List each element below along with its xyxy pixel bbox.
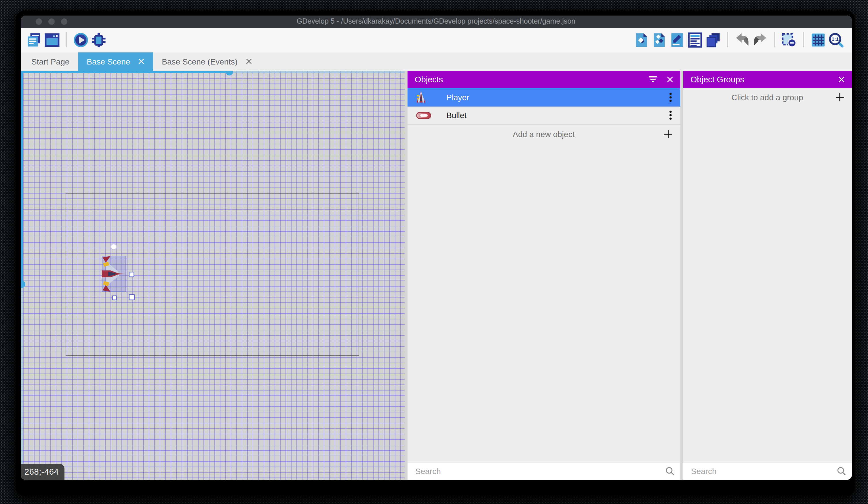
horizontal-scroll-track-rest[interactable] <box>229 71 404 73</box>
start-page-button[interactable] <box>43 31 61 49</box>
close-object-groups-panel-button[interactable] <box>838 76 845 83</box>
open-instances-list-button[interactable] <box>686 31 704 49</box>
delete-instances-button[interactable] <box>780 31 798 49</box>
instances-list-icon <box>687 32 703 48</box>
object-groups-empty-space <box>683 106 851 462</box>
toolbar-separator <box>774 32 775 47</box>
vertical-scroll-track[interactable] <box>20 71 23 284</box>
close-tab-button[interactable] <box>138 58 144 64</box>
minimize-window-button[interactable] <box>48 18 54 24</box>
grid-icon <box>810 32 826 48</box>
main-toolbar: 1:1 <box>20 27 851 52</box>
tab-start-page[interactable]: Start Page <box>23 52 78 71</box>
objects-panel-title: Objects <box>415 74 443 84</box>
layers-icon <box>705 32 721 48</box>
redo-button[interactable] <box>751 31 769 49</box>
svg-text:1:1: 1:1 <box>831 36 838 42</box>
close-window-button[interactable] <box>35 18 42 24</box>
tab-base-scene-events[interactable]: Base Scene (Events) <box>153 52 260 71</box>
bullet-icon <box>416 111 431 119</box>
object-groups-search-input[interactable] <box>690 466 836 476</box>
player-ship-icon <box>416 91 426 103</box>
object-menu-button[interactable] <box>669 92 671 102</box>
filter-objects-button[interactable] <box>648 76 657 82</box>
project-manager-button[interactable] <box>25 31 43 49</box>
open-layers-panel-button[interactable] <box>704 31 722 49</box>
redo-icon <box>752 32 767 48</box>
debug-button[interactable] <box>90 31 107 49</box>
object-groups-search-bar <box>683 462 851 480</box>
vertical-scroll-thumb[interactable] <box>20 281 25 288</box>
desktop-background: GDevelop 5 - /Users/dkarakay/Documents/G… <box>0 0 868 504</box>
zoom-original-button[interactable]: 1:1 <box>827 31 845 49</box>
play-button[interactable] <box>72 31 90 49</box>
horizontal-scroll-track[interactable] <box>20 71 229 73</box>
open-properties-panel-button[interactable] <box>668 31 686 49</box>
play-button-icon <box>73 32 89 48</box>
tab-label: Start Page <box>31 57 69 66</box>
panel-divider[interactable] <box>680 71 683 480</box>
objects-panel-header: Objects <box>407 71 680 88</box>
project-manager-icon <box>26 32 42 48</box>
traffic-lights <box>35 15 67 27</box>
undo-icon <box>734 32 750 48</box>
objects-panel-icon <box>634 32 649 48</box>
toolbar-separator <box>66 32 67 47</box>
objects-search-bar <box>407 462 680 480</box>
resize-handle-right[interactable] <box>128 272 134 277</box>
window-title: GDevelop 5 - /Users/dkarakay/Documents/G… <box>20 17 851 26</box>
add-group-button[interactable] <box>835 92 844 102</box>
content-area: 268;-464 Objects <box>20 71 851 480</box>
player-instance[interactable] <box>102 256 126 292</box>
plus-icon <box>835 92 844 102</box>
close-tab-button[interactable] <box>246 58 252 64</box>
maximize-window-button[interactable] <box>61 18 67 24</box>
object-row-player[interactable]: Player <box>407 88 680 106</box>
objects-panel: Objects <box>407 71 680 480</box>
close-objects-panel-button[interactable] <box>666 76 673 83</box>
object-row-bullet[interactable]: Bullet <box>407 106 680 125</box>
filter-icon <box>648 76 657 82</box>
open-objects-panel-button[interactable] <box>633 31 650 49</box>
cursor-coordinates-badge: 268;-464 <box>20 463 64 480</box>
add-object-row[interactable]: Add a new object <box>407 125 680 143</box>
rotate-handle[interactable] <box>111 243 117 250</box>
start-page-icon <box>44 32 60 48</box>
add-object-button[interactable] <box>663 129 673 139</box>
tab-base-scene[interactable]: Base Scene <box>78 52 153 71</box>
scene-canvas[interactable]: 268;-464 <box>20 71 404 480</box>
panel-divider[interactable] <box>404 71 407 480</box>
title-bar: GDevelop 5 - /Users/dkarakay/Documents/G… <box>20 15 851 27</box>
add-group-row[interactable]: Click to add a group <box>683 88 851 106</box>
add-group-label: Click to add a group <box>683 92 851 102</box>
properties-icon <box>669 32 685 48</box>
objects-search-input[interactable] <box>414 466 664 476</box>
close-icon <box>666 76 673 83</box>
add-object-label: Add a new object <box>407 129 680 139</box>
debug-icon <box>91 32 106 48</box>
tab-label: Base Scene <box>86 57 130 66</box>
object-groups-panel: Object Groups Click to add a group <box>683 71 851 480</box>
objects-panel-empty-space <box>407 143 680 462</box>
bullet-thumbnail <box>416 111 431 119</box>
object-menu-button[interactable] <box>669 111 671 120</box>
open-object-groups-panel-button[interactable] <box>650 31 668 49</box>
resize-handle-bottom[interactable] <box>112 295 116 300</box>
player-thumbnail <box>416 91 426 103</box>
close-icon <box>838 76 845 83</box>
toolbar-separator <box>803 32 804 47</box>
toggle-grid-button[interactable] <box>809 31 827 49</box>
close-icon <box>138 58 144 64</box>
undo-button[interactable] <box>733 31 751 49</box>
vertical-scroll-track-rest[interactable] <box>20 284 23 480</box>
zoom-1-1-icon: 1:1 <box>828 32 844 48</box>
toolbar-separator <box>727 32 728 47</box>
horizontal-scroll-thumb[interactable] <box>226 71 233 75</box>
close-icon <box>246 58 252 64</box>
object-name: Player <box>446 92 469 102</box>
resize-handle-bottom-right[interactable] <box>128 294 134 300</box>
search-icon <box>836 466 846 476</box>
object-name: Bullet <box>446 111 466 120</box>
app-window: GDevelop 5 - /Users/dkarakay/Documents/G… <box>20 15 851 480</box>
object-groups-icon <box>652 32 667 48</box>
